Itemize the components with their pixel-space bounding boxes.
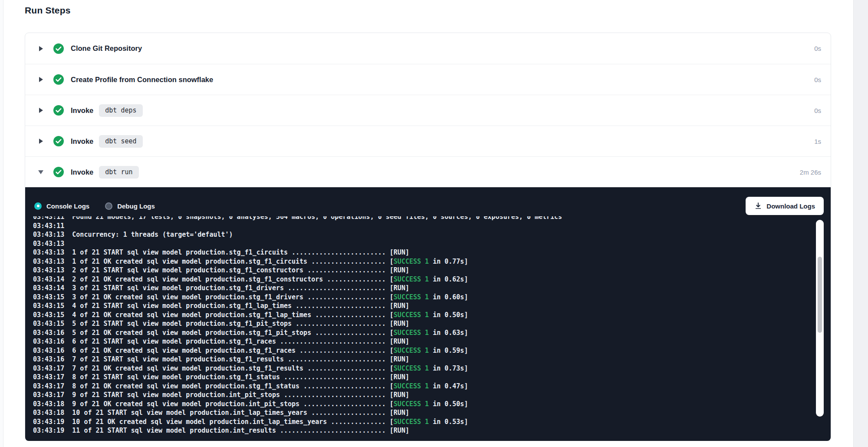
command-badge: dbt run (99, 166, 138, 179)
right-panel-gutter (853, 0, 868, 447)
run-step-row[interactable]: Clone Git Repository0s (25, 33, 831, 64)
log-line: 03:43:13 Concurrency: 1 threads (target=… (33, 230, 831, 239)
check-circle-icon (53, 167, 71, 177)
log-line: 03:43:15 3 of 21 OK created sql view mod… (33, 293, 831, 302)
left-panel-edge (0, 0, 3, 447)
log-line: 03:43:13 2 of 21 START sql view model pr… (33, 266, 831, 275)
log-line: 03:43:16 6 of 21 START sql view model pr… (33, 337, 831, 346)
log-line: 03:43:19 10 of 21 OK created sql view mo… (33, 417, 831, 427)
log-line: 03:43:18 9 of 21 OK created sql view mod… (33, 400, 831, 409)
log-lines: 03:43:11 Found 21 models, 17 tests, 0 sn… (33, 216, 831, 435)
log-line: 03:43:11 (33, 222, 831, 231)
log-line: 03:43:17 8 of 21 START sql view model pr… (33, 373, 831, 382)
log-tab-console-logs[interactable]: Console Logs (34, 202, 89, 210)
log-line: 03:43:13 (33, 239, 831, 248)
step-label: Clone Git Repository (71, 44, 142, 53)
download-logs-button[interactable]: Download Logs (746, 197, 824, 215)
step-duration: 1s (814, 138, 821, 145)
step-label: Invoke (71, 106, 93, 115)
radio-selected-icon[interactable] (34, 202, 42, 210)
log-tab-label: Console Logs (46, 202, 89, 210)
step-label: Invoke (71, 168, 93, 176)
chevron-right-icon[interactable] (38, 108, 44, 113)
chevron-right-icon[interactable] (38, 46, 44, 51)
log-line: 03:43:13 1 of 21 OK created sql view mod… (33, 257, 831, 266)
download-icon (754, 202, 762, 210)
log-line: 03:43:14 2 of 21 OK created sql view mod… (33, 275, 831, 284)
run-steps-list: Clone Git Repository0sCreate Profile fro… (25, 33, 831, 187)
log-line: 03:43:16 5 of 21 OK created sql view mod… (33, 328, 831, 338)
chevron-right-icon[interactable] (38, 77, 44, 82)
log-scrollbar-track[interactable] (816, 220, 824, 417)
radio-unselected-icon[interactable] (105, 202, 112, 210)
log-line: 03:43:19 11 of 21 START sql view model p… (33, 426, 831, 435)
check-circle-icon (53, 105, 71, 116)
run-step-row[interactable]: Invokedbt seed1s (25, 126, 831, 156)
log-line: 03:43:17 8 of 21 OK created sql view mod… (33, 382, 831, 391)
log-line: 03:43:15 4 of 21 START sql view model pr… (33, 301, 831, 311)
log-line: 03:43:14 3 of 21 START sql view model pr… (33, 284, 831, 293)
run-step-row[interactable]: Create Profile from Connection snowflake… (25, 64, 831, 95)
run-step-row[interactable]: Invokedbt run2m 26s (25, 156, 831, 187)
chevron-right-icon[interactable] (38, 139, 44, 144)
step-duration: 0s (814, 107, 821, 114)
log-line: 03:43:15 5 of 21 START sql view model pr… (33, 319, 831, 328)
log-tab-label: Debug Logs (117, 202, 155, 210)
log-line: 03:43:17 9 of 21 START sql view model pr… (33, 391, 831, 400)
check-circle-icon (53, 43, 71, 54)
step-duration: 0s (814, 45, 821, 52)
command-badge: dbt deps (99, 104, 142, 117)
log-line: 03:43:16 6 of 21 OK created sql view mod… (33, 346, 831, 355)
chevron-down-icon[interactable] (38, 170, 44, 174)
log-tab-debug-logs[interactable]: Debug Logs (105, 202, 155, 210)
check-circle-icon (53, 136, 71, 146)
step-duration: 0s (814, 76, 821, 83)
log-panel: Console LogsDebug Logs Download Logs 03:… (25, 187, 831, 441)
page-title: Run Steps (25, 5, 71, 16)
log-line: 03:43:16 7 of 21 START sql view model pr… (33, 355, 831, 364)
step-label: Invoke (71, 137, 93, 146)
console-log-output: 03:43:11 Found 21 models, 17 tests, 0 sn… (25, 216, 831, 441)
log-panel-header: Console LogsDebug Logs Download Logs (25, 187, 831, 215)
run-step-row[interactable]: Invokedbt deps0s (25, 95, 831, 126)
step-duration: 2m 26s (800, 169, 821, 176)
step-label: Create Profile from Connection snowflake (71, 76, 213, 84)
log-scrollbar-thumb[interactable] (818, 257, 822, 333)
log-line: 03:43:15 4 of 21 OK created sql view mod… (33, 311, 831, 320)
download-logs-label: Download Logs (766, 202, 815, 210)
log-line: 03:43:11 Found 21 models, 17 tests, 0 sn… (33, 216, 831, 222)
run-steps-card: Clone Git Repository0sCreate Profile fro… (25, 33, 831, 440)
check-circle-icon (53, 74, 71, 85)
log-line: 03:43:13 1 of 21 START sql view model pr… (33, 248, 831, 257)
log-line: 03:43:18 10 of 21 START sql view model p… (33, 408, 831, 417)
log-type-radio-group: Console LogsDebug Logs (34, 202, 155, 210)
command-badge: dbt seed (99, 135, 142, 148)
log-line: 03:43:17 7 of 21 OK created sql view mod… (33, 364, 831, 373)
